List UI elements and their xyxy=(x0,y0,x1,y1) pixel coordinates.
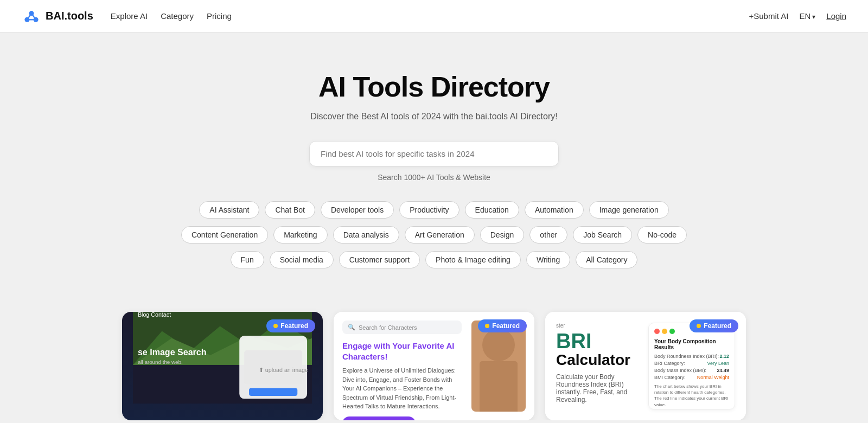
featured-badge-3: Featured xyxy=(690,319,738,332)
search-icon: 🔍 xyxy=(348,324,355,331)
bri-title: BRI xyxy=(556,331,642,351)
tag-automation[interactable]: Automation xyxy=(525,201,584,219)
tag-content-generation[interactable]: Content Generation xyxy=(181,226,268,243)
svg-rect-13 xyxy=(249,388,297,396)
featured-dot-3 xyxy=(697,324,701,328)
character-illustration xyxy=(471,321,526,412)
tag-photo-image-editing[interactable]: Photo & Image editing xyxy=(425,251,521,268)
search-area: Search 1000+ AI Tools & Website xyxy=(11,141,857,182)
search-hint: Search 1000+ AI Tools & Website xyxy=(378,173,490,182)
chevron-down-icon xyxy=(812,11,815,21)
bri-category-row: BRI Category: Very Lean xyxy=(654,361,729,366)
card-image-search: ⬆ upload an image Blog Contact se Image … xyxy=(122,312,323,420)
results-title: Your Body Composition Results xyxy=(654,338,729,350)
discover-characters-button[interactable]: Discover Characters xyxy=(342,416,416,421)
svg-point-18 xyxy=(482,329,515,361)
featured-cards: ⬆ upload an image Blog Contact se Image … xyxy=(0,296,868,420)
language-selector[interactable]: EN xyxy=(799,11,815,21)
tag-image-generation[interactable]: Image generation xyxy=(589,201,669,219)
featured-dot-1 xyxy=(273,324,278,328)
tag-no-code[interactable]: No-code xyxy=(637,226,687,243)
logo-text: BAI.tools xyxy=(46,10,93,22)
tags-row-1: AI Assistant Chat Bot Developer tools Pr… xyxy=(199,201,668,219)
login-button[interactable]: Login xyxy=(826,11,846,21)
search-input[interactable] xyxy=(309,141,559,166)
hero-section: AI Tools Directory Discover the Best AI … xyxy=(0,33,868,296)
nav-explore-ai[interactable]: Explore AI xyxy=(111,11,148,21)
bmi-category-row: BMI Category: Normal Weight xyxy=(654,375,729,380)
tag-all-category[interactable]: All Category xyxy=(576,251,637,268)
hero-subtitle: Discover the Best AI tools of 2024 with … xyxy=(11,112,857,121)
tag-ai-assistant[interactable]: AI Assistant xyxy=(199,201,259,219)
svg-text:⬆ upload an image: ⬆ upload an image xyxy=(259,367,308,373)
svg-rect-19 xyxy=(480,361,518,412)
svg-text:Blog  Contact: Blog Contact xyxy=(138,312,171,318)
nav-pricing[interactable]: Pricing xyxy=(207,11,232,21)
bri-footnote: The chart below shows your BRI in relati… xyxy=(654,383,729,408)
card-bri-calculator: ster BRI Calculator Calculate your Body … xyxy=(545,312,746,420)
tag-social-media[interactable]: Social media xyxy=(270,251,334,268)
tag-data-analysis[interactable]: Data analysis xyxy=(333,226,399,243)
bri-row: Body Roundness Index (BRI): 2.12 xyxy=(654,354,729,359)
tags-row-3: Fun Social media Customer support Photo … xyxy=(231,251,638,268)
close-dot xyxy=(654,329,660,334)
bmi-row: Body Mass Index (BMI): 24.49 xyxy=(654,368,729,373)
tag-fun[interactable]: Fun xyxy=(231,251,264,268)
tags-row-2: Content Generation Marketing Data analys… xyxy=(181,226,687,243)
tag-marketing[interactable]: Marketing xyxy=(273,226,327,243)
header: BAI.tools Explore AI Category Pricing +S… xyxy=(0,0,868,33)
card-2-text: 🔍 Search for Characters Engage with Your… xyxy=(342,321,466,412)
nav-category[interactable]: Category xyxy=(161,11,194,21)
header-right: +Submit AI EN Login xyxy=(749,11,846,21)
tag-developer-tools[interactable]: Developer tools xyxy=(321,201,394,219)
featured-badge-2: Featured xyxy=(478,319,527,332)
tag-customer-support[interactable]: Customer support xyxy=(339,251,420,268)
bri-subtitle: Calculator xyxy=(556,351,642,369)
tag-design[interactable]: Design xyxy=(480,226,525,243)
card-ai-characters: 🔍 Search for Characters Engage with Your… xyxy=(334,312,534,420)
tag-education[interactable]: Education xyxy=(465,201,519,219)
card-3-text: ster BRI Calculator Calculate your Body … xyxy=(556,323,642,409)
svg-text:all around the web.: all around the web. xyxy=(138,359,183,365)
tag-art-generation[interactable]: Art Generation xyxy=(405,226,475,243)
search-characters-bar: 🔍 Search for Characters xyxy=(342,321,462,334)
maximize-dot xyxy=(669,329,675,334)
tag-writing[interactable]: Writing xyxy=(526,251,570,268)
tag-other[interactable]: other xyxy=(529,226,567,243)
logo-icon xyxy=(22,7,41,26)
card-3-label: ster xyxy=(556,323,642,329)
svg-text:se Image Search: se Image Search xyxy=(138,347,207,357)
main-nav: Explore AI Category Pricing xyxy=(111,11,232,21)
submit-ai-button[interactable]: +Submit AI xyxy=(749,11,788,21)
minimize-dot xyxy=(662,329,667,334)
bri-results-panel: Your Body Composition Results Body Round… xyxy=(648,323,735,409)
featured-badge-1: Featured xyxy=(266,319,315,332)
card-2-desc: Explore a Universe of Unlimited Dialogue… xyxy=(342,366,462,411)
header-left: BAI.tools Explore AI Category Pricing xyxy=(22,7,232,26)
bri-desc: Calculate your Body Roundness Index (BRI… xyxy=(556,373,642,403)
featured-dot-2 xyxy=(485,324,489,328)
tag-chat-bot[interactable]: Chat Bot xyxy=(265,201,315,219)
logo[interactable]: BAI.tools xyxy=(22,7,93,26)
card-2-image xyxy=(471,321,526,412)
category-tags: AI Assistant Chat Bot Developer tools Pr… xyxy=(11,201,857,268)
tag-job-search[interactable]: Job Search xyxy=(573,226,632,243)
card-2-title: Engage with Your Favorite AI Characters! xyxy=(342,341,462,362)
tag-productivity[interactable]: Productivity xyxy=(399,201,459,219)
hero-title: AI Tools Directory xyxy=(11,70,857,103)
